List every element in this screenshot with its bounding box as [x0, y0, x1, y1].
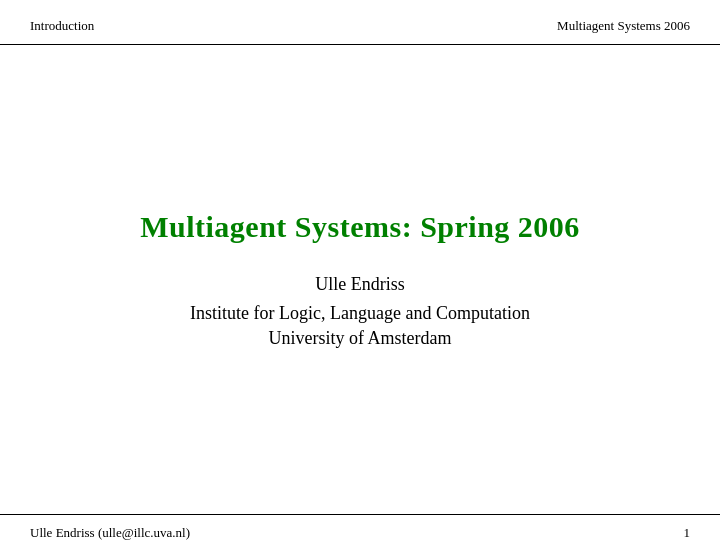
slide-title: Multiagent Systems: Spring 2006	[140, 210, 580, 244]
header-left-label: Introduction	[30, 18, 94, 34]
main-content: Multiagent Systems: Spring 2006 Ulle End…	[0, 45, 720, 514]
slide: Introduction Multiagent Systems 2006 Mul…	[0, 0, 720, 557]
slide-footer: Ulle Endriss (ulle@illc.uva.nl) 1	[0, 514, 720, 557]
institution-line1: Institute for Logic, Language and Comput…	[190, 303, 530, 324]
header-right-label: Multiagent Systems 2006	[557, 18, 690, 34]
institution-line2: University of Amsterdam	[269, 328, 452, 349]
footer-author-email: Ulle Endriss (ulle@illc.uva.nl)	[30, 525, 190, 541]
slide-header: Introduction Multiagent Systems 2006	[0, 0, 720, 45]
footer-page-number: 1	[684, 525, 691, 541]
author-name: Ulle Endriss	[315, 274, 405, 295]
